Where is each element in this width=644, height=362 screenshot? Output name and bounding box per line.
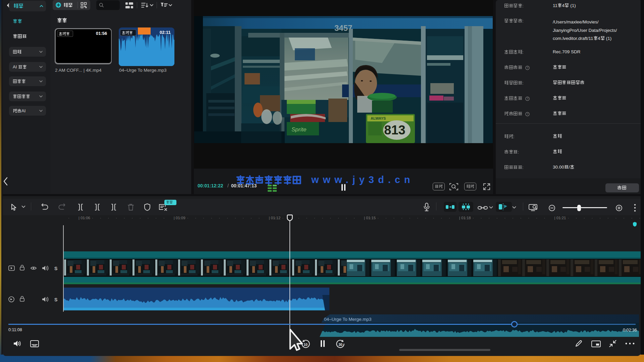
svg-text:?: ? <box>527 97 528 100</box>
svg-text:| 01:18: | 01:18 <box>459 216 471 220</box>
svg-text:| 01:21: | 01:21 <box>554 216 566 220</box>
svg-text:| 01:06: | 01:06 <box>78 216 90 220</box>
svg-text:10: 10 <box>304 343 308 347</box>
svg-text:?: ? <box>527 112 528 116</box>
svg-text:S: S <box>54 297 57 302</box>
svg-text:S: S <box>54 266 57 271</box>
svg-text:| 01:15: | 01:15 <box>364 216 376 220</box>
svg-text:| 01:12: | 01:12 <box>269 216 280 220</box>
svg-text:04–Urge To Merge.mp3: 04–Urge To Merge.mp3 <box>324 317 372 322</box>
svg-text:?: ? <box>527 66 528 69</box>
svg-text:30: 30 <box>338 343 342 347</box>
svg-text:| 01:09: | 01:09 <box>174 216 185 220</box>
